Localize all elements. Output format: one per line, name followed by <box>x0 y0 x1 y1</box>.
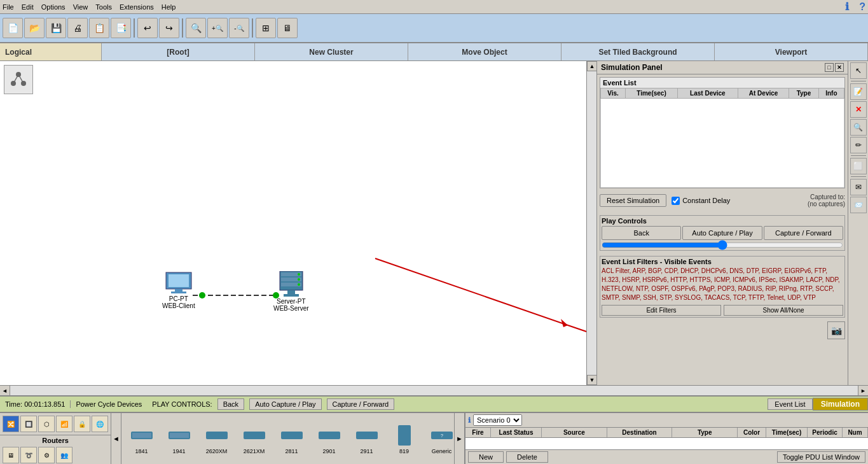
device-1941[interactable]: 1941 <box>162 423 196 454</box>
new-button[interactable]: 📄 <box>3 18 23 38</box>
save-button[interactable]: 💾 <box>46 18 66 38</box>
menu-view[interactable]: View <box>73 3 88 11</box>
device-scroll-right-button[interactable]: ► <box>454 413 464 464</box>
grid-button[interactable]: ⊞ <box>256 18 276 38</box>
capture-forward-button[interactable]: Capture / Forward <box>764 226 843 240</box>
constant-delay-checkbox[interactable] <box>672 197 680 205</box>
device-palette-button[interactable]: 🖥 <box>277 18 298 38</box>
duplicate-button[interactable]: 📑 <box>111 18 131 38</box>
status-auto-capture-button[interactable]: Auto Capture / Play <box>249 398 321 410</box>
category-routers-button[interactable]: 🔀 <box>3 416 19 432</box>
new-scenario-button[interactable]: New <box>468 451 504 463</box>
note-tool-button[interactable]: 📝 <box>850 83 867 100</box>
server-node[interactable]: Server-PT WEB-Server <box>273 271 309 312</box>
device-2620xm[interactable]: 2620XM <box>199 423 234 454</box>
canvas-horizontal-scrollbar[interactable]: ◄ ► <box>0 385 868 395</box>
category-misc-button[interactable]: ⚙ <box>38 447 55 463</box>
device-2901[interactable]: 2901 <box>312 423 347 454</box>
captured-to: Captured to: (no captures) <box>808 193 845 207</box>
filter-buttons: Edit Filters Show All/None <box>602 305 843 316</box>
menu-options[interactable]: Options <box>41 3 65 11</box>
selection-box-button[interactable]: ⬜ <box>850 158 867 174</box>
svg-line-21 <box>375 258 568 325</box>
category-security-button[interactable]: 🔒 <box>74 416 90 432</box>
info-icon[interactable]: ℹ <box>845 1 849 13</box>
event-list-tab-button[interactable]: Event List <box>768 398 812 410</box>
zoom-out-button[interactable]: -🔍 <box>229 18 249 38</box>
device-2901-label: 2901 <box>322 448 335 454</box>
move-object-button[interactable]: Move Object <box>408 43 561 60</box>
status-capture-forward-button[interactable]: Capture / Forward <box>327 398 395 410</box>
auto-capture-button[interactable]: Auto Capture / Play <box>682 226 762 240</box>
zoom-custom-button[interactable]: 🔍 <box>186 18 206 38</box>
new-cluster-button[interactable]: New Cluster <box>255 43 408 60</box>
root-label[interactable]: [Root] <box>102 43 255 60</box>
camera-button[interactable]: 📷 <box>827 321 845 339</box>
open-button[interactable]: 📂 <box>24 18 45 38</box>
canvas-scroll-left-button[interactable]: ◄ <box>0 386 10 395</box>
menu-edit[interactable]: Edit <box>22 3 34 11</box>
category-switches-button[interactable]: 🔲 <box>20 416 37 432</box>
canvas-scroll-track[interactable] <box>10 386 858 395</box>
print-button[interactable]: 🖨 <box>67 18 88 38</box>
device-1841[interactable]: 1841 <box>124 423 159 454</box>
device-2911[interactable]: 2911 <box>349 423 384 454</box>
help-question-icon[interactable]: ? <box>859 1 865 13</box>
device-2911-label: 2911 <box>360 448 373 454</box>
category-end-devices-button[interactable]: 🖥 <box>3 447 19 463</box>
col-last-device: Last Device <box>677 88 738 99</box>
device-2621xm[interactable]: 2621XM <box>237 423 272 454</box>
redo-button[interactable]: ↪ <box>159 18 179 38</box>
category-connections-button[interactable]: ➰ <box>20 447 37 463</box>
device-generic-1[interactable]: ? Generic <box>424 423 454 454</box>
select-tool-button[interactable]: ↖ <box>850 62 867 79</box>
copy-button[interactable]: 📋 <box>89 18 109 38</box>
svg-rect-28 <box>170 433 189 438</box>
panel-maximize-button[interactable]: □ <box>825 63 834 72</box>
network-canvas-area[interactable]: PC-PT WEB-Client <box>0 61 586 385</box>
menu-help[interactable]: Help <box>162 3 176 11</box>
scenario-panel: ℹ Scenario 0 Fire Last Status Source Des… <box>464 413 868 464</box>
device-scroll-left-button[interactable]: ◄ <box>111 413 121 464</box>
canvas-vertical-scrollbar[interactable]: ▲ ▼ <box>586 61 596 385</box>
play-speed-slider[interactable] <box>602 243 843 248</box>
device-819[interactable]: 819 <box>387 423 422 454</box>
menu-extensions[interactable]: Extensions <box>120 3 154 11</box>
pc-node[interactable]: PC-PT WEB-Client <box>162 271 195 309</box>
show-all-none-button[interactable]: Show All/None <box>724 305 843 316</box>
panel-close-button[interactable]: ✕ <box>835 63 844 72</box>
viewport-button[interactable]: Viewport <box>715 43 868 60</box>
simulation-tab-button[interactable]: Simulation <box>813 398 868 411</box>
category-multiuser-button[interactable]: 👥 <box>56 447 72 463</box>
pdu-button[interactable]: 📨 <box>850 197 867 213</box>
menu-file[interactable]: File <box>3 3 14 11</box>
zoom-in-button[interactable]: +🔍 <box>207 18 228 38</box>
category-wan-button[interactable]: 🌐 <box>92 416 108 432</box>
send-envelope-button[interactable]: ✉ <box>850 179 867 195</box>
device-2811[interactable]: 2811 <box>274 423 309 454</box>
scroll-down-button[interactable]: ▼ <box>587 375 597 385</box>
menu-tools[interactable]: Tools <box>95 3 112 11</box>
logical-tab[interactable]: Logical <box>0 43 102 60</box>
undo-button[interactable]: ↩ <box>137 18 158 38</box>
back-button[interactable]: Back <box>602 226 681 240</box>
scroll-up-button[interactable]: ▲ <box>587 61 597 71</box>
scenario-select[interactable]: Scenario 0 <box>473 414 522 426</box>
category-wireless-button[interactable]: 📶 <box>56 416 72 432</box>
scroll-track[interactable] <box>587 71 596 375</box>
delete-scenario-button[interactable]: Delete <box>506 451 548 463</box>
delete-tool-button[interactable]: ✕ <box>850 101 867 118</box>
toggle-pdu-window-button[interactable]: Toggle PDU List Window <box>777 451 865 463</box>
pc-label2: WEB-Client <box>162 302 195 309</box>
paint-tool-button[interactable]: ✏ <box>850 137 867 153</box>
set-tiled-bg-button[interactable]: Set Tiled Background <box>561 43 715 60</box>
edit-filters-button[interactable]: Edit Filters <box>602 305 721 316</box>
zoom-tool-button[interactable]: 🔍 <box>850 119 867 136</box>
reset-simulation-button[interactable]: Reset Simulation <box>600 194 666 207</box>
sim-panel-bottom: 📷 <box>597 320 848 341</box>
category-hubs-button[interactable]: ⬡ <box>38 416 55 432</box>
no-captures-label: (no captures) <box>808 200 845 207</box>
status-back-button[interactable]: Back <box>217 398 244 410</box>
sim-controls: Reset Simulation Constant Delay Captured… <box>600 193 845 210</box>
canvas-scroll-right-button[interactable]: ► <box>858 386 868 395</box>
